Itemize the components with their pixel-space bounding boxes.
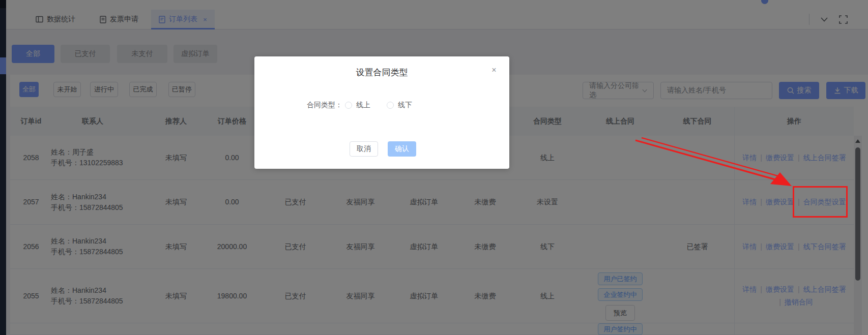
cancel-button[interactable]: 取消 [350,141,378,157]
dialog-title: 设置合同类型 [254,67,509,78]
radio-offline[interactable]: 线下 [387,101,412,110]
order-management-page: 数据统计发票申请订单列表× 全部已支付未支付虚拟订单 全部未开始进行中已完成已暂… [0,0,868,335]
contract-type-form-row: 合同类型： 线上 线下 [254,100,509,111]
annotation-red-box [793,186,848,218]
radio-circle-online[interactable] [345,102,352,109]
set-contract-type-dialog: 设置合同类型 × 合同类型： 线上 线下 取消 确认 [254,56,509,169]
dialog-footer: 取消 确认 [254,141,509,157]
radio-online[interactable]: 线上 [345,101,370,110]
radio-online-label: 线上 [356,101,370,110]
contract-type-label: 合同类型： [302,101,342,110]
confirm-button[interactable]: 确认 [388,141,416,157]
radio-offline-label: 线下 [398,101,412,110]
radio-circle-offline[interactable] [387,102,394,109]
dialog-close-icon[interactable]: × [490,66,498,74]
